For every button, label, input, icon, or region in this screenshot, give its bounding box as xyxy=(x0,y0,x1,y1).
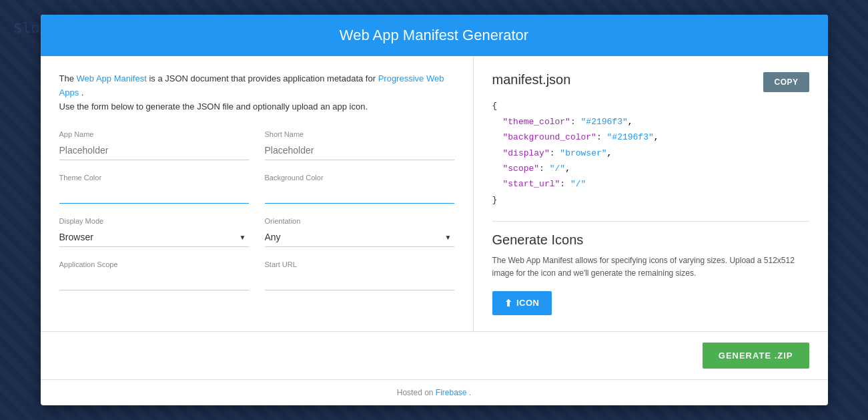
icon-upload-button[interactable]: ⬆ ICON xyxy=(492,291,552,315)
scope-label: Application Scope xyxy=(59,260,249,268)
form-row-scope: Application Scope / Start URL / xyxy=(59,260,454,290)
theme-color-input[interactable]: #2196f3 xyxy=(59,184,249,204)
upload-icon: ⬆ xyxy=(504,298,513,308)
form-row-names: App Name Short Name xyxy=(59,130,454,160)
code-line-close-brace: } xyxy=(492,192,809,208)
intro-middle: is a JSON document that provides applica… xyxy=(149,73,378,83)
short-name-input[interactable] xyxy=(265,141,454,160)
start-url-group: Start URL / xyxy=(265,260,454,290)
scope-input[interactable]: / xyxy=(59,271,249,290)
divider xyxy=(492,221,809,222)
footer-text: Hosted on xyxy=(397,388,436,397)
code-line-display: "display": "browser", xyxy=(492,146,809,161)
firebase-link[interactable]: Firebase xyxy=(436,388,467,397)
scope-group: Application Scope / xyxy=(59,260,249,290)
short-name-group: Short Name xyxy=(265,130,454,160)
code-line-scope: "scope": "/", xyxy=(492,161,809,176)
manifest-title: manifest.json xyxy=(492,72,809,87)
orientation-wrapper: Any Portrait Landscape xyxy=(265,228,454,247)
footer-bar: Hosted on Firebase . xyxy=(41,379,828,405)
footer-period: . xyxy=(469,388,471,397)
form-row-colors: Theme Color #2196f3 Background Color #21… xyxy=(59,174,454,204)
generate-zip-button[interactable]: GENERATE .ZIP xyxy=(703,343,809,369)
display-mode-wrapper: Browser Standalone Minimal UI Fullscreen xyxy=(59,228,249,247)
header-bar: Web App Manifest Generator xyxy=(41,15,828,56)
start-url-label: Start URL xyxy=(265,260,454,268)
generate-icons-desc: The Web App Manifest allows for specifyi… xyxy=(492,254,809,280)
intro-period: . xyxy=(81,87,84,97)
background-color-input[interactable]: #2196f3 xyxy=(265,184,454,204)
app-name-label: App Name xyxy=(59,130,249,138)
theme-color-group: Theme Color #2196f3 xyxy=(59,174,249,204)
main-card: Web App Manifest Generator The Web App M… xyxy=(41,15,828,405)
background-color-group: Background Color #2196f3 xyxy=(265,174,454,204)
orientation-group: Orientation Any Portrait Landscape xyxy=(265,217,454,247)
background-color-label: Background Color xyxy=(265,174,454,182)
left-panel: The Web App Manifest is a JSON document … xyxy=(41,56,474,331)
manifest-header: COPY manifest.json xyxy=(492,72,809,98)
app-name-group: App Name xyxy=(59,130,249,160)
copy-button[interactable]: COPY xyxy=(763,72,809,92)
code-line-open-brace: { xyxy=(492,98,809,114)
display-mode-select[interactable]: Browser Standalone Minimal UI Fullscreen xyxy=(59,228,249,247)
code-line-bg: "background_color": "#2196f3", xyxy=(492,130,809,145)
theme-color-label: Theme Color xyxy=(59,174,249,182)
code-line-theme: "theme_color": "#2196f3", xyxy=(492,114,809,130)
page-title: Web App Manifest Generator xyxy=(54,27,815,44)
app-name-input[interactable] xyxy=(59,141,249,160)
generate-zip-row: GENERATE .ZIP xyxy=(41,331,828,379)
content-area: The Web App Manifest is a JSON document … xyxy=(41,56,828,331)
generate-icons-title: Generate Icons xyxy=(492,232,809,248)
icon-button-label: ICON xyxy=(516,298,540,308)
form-row-display: Display Mode Browser Standalone Minimal … xyxy=(59,217,454,247)
intro-prefix: The xyxy=(59,73,77,83)
intro-line2: Use the form below to generate the JSON … xyxy=(59,101,368,112)
orientation-select[interactable]: Any Portrait Landscape xyxy=(265,228,454,247)
intro-text: The Web App Manifest is a JSON document … xyxy=(59,72,454,114)
display-mode-group: Display Mode Browser Standalone Minimal … xyxy=(59,217,249,247)
orientation-label: Orientation xyxy=(265,217,454,225)
start-url-input[interactable]: / xyxy=(265,271,454,290)
short-name-label: Short Name xyxy=(265,130,454,138)
right-panel: COPY manifest.json { "theme_color": "#21… xyxy=(474,56,828,331)
code-line-start-url: "start_url": "/" xyxy=(492,176,809,192)
manifest-code: { "theme_color": "#2196f3", "background_… xyxy=(492,98,809,208)
web-app-manifest-link[interactable]: Web App Manifest xyxy=(77,73,147,83)
display-mode-label: Display Mode xyxy=(59,217,249,225)
